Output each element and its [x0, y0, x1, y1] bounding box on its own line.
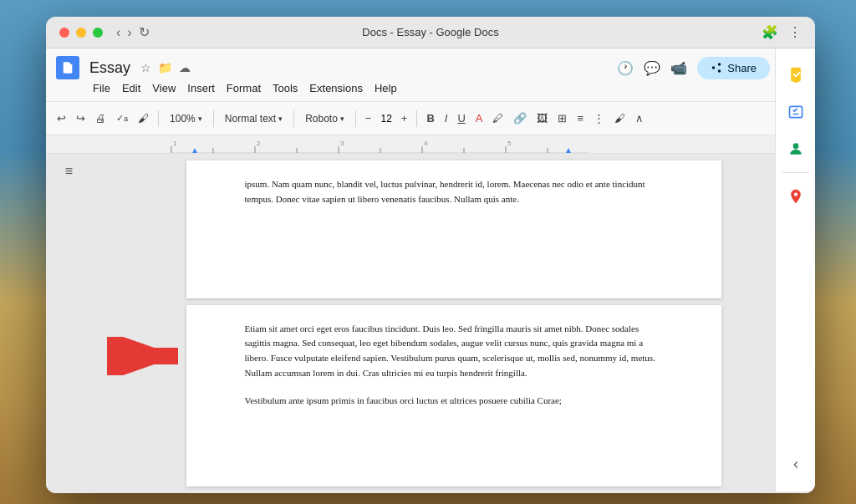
font-select[interactable]: Roboto ▾ — [299, 109, 350, 128]
minimize-button[interactable] — [76, 28, 86, 38]
pages-area[interactable]: ipsum. Nam quam nunc, blandit vel, luctu… — [92, 154, 815, 493]
ruler: 1 2 3 4 5 — [46, 135, 815, 154]
right-panel-sep — [782, 172, 809, 173]
svg-text:1: 1 — [173, 140, 177, 147]
title-bar: ‹ › ↻ Docs - Essay - Google Docs 🧩 ⋮ — [46, 17, 815, 48]
ruler-inner: 1 2 3 4 5 — [171, 138, 589, 153]
style-select[interactable]: Normal text ▾ — [219, 109, 288, 128]
toolbar: ↩ ↪ 🖨 ✓a 🖌 100% ▾ Normal text ▾ Roboto ▾… — [46, 102, 815, 135]
toolbar-sep-4 — [355, 110, 356, 127]
share-button[interactable]: Share — [697, 57, 770, 79]
insert-table-button[interactable]: ⊞ — [553, 109, 571, 128]
more-options-icon[interactable]: ⋮ — [788, 24, 802, 40]
menu-view[interactable]: View — [147, 80, 181, 96]
star-icon[interactable]: ☆ — [140, 61, 151, 74]
text-color-button[interactable]: A — [471, 109, 487, 128]
font-size-value: 12 — [377, 113, 395, 125]
expand-panel-button[interactable] — [779, 448, 813, 481]
toolbar-sep-1 — [158, 110, 159, 127]
menu-help[interactable]: Help — [369, 80, 402, 96]
italic-button[interactable]: I — [441, 109, 452, 128]
meet-icon[interactable]: 📹 — [670, 60, 687, 76]
svg-text:3: 3 — [340, 140, 344, 147]
extensions-icon[interactable]: 🧩 — [762, 24, 778, 40]
toolbar-sep-2 — [213, 110, 214, 127]
app-header: Essay ☆ 📁 ☁ 🕐 💬 📹 Share — [46, 48, 815, 102]
spell-check-button[interactable]: ✓a — [112, 109, 132, 127]
doc-title: Essay — [89, 59, 130, 77]
print-button[interactable]: 🖨 — [91, 109, 110, 128]
link-button[interactable]: 🔗 — [509, 109, 531, 128]
forward-button[interactable]: › — [127, 24, 131, 40]
toolbar-sep-3 — [293, 110, 294, 127]
maps-icon[interactable] — [779, 180, 813, 213]
app-window: ‹ › ↻ Docs - Essay - Google Docs 🧩 ⋮ Ess… — [46, 17, 815, 493]
refresh-button[interactable]: ↻ — [139, 24, 150, 40]
page-2-text2: Vestibulum ante ipsum primis in faucibus… — [245, 394, 663, 409]
font-size-decrease-button[interactable]: − — [361, 109, 376, 128]
page-1: ipsum. Nam quam nunc, blandit vel, luctu… — [186, 160, 721, 298]
history-icon[interactable]: 🕐 — [617, 60, 634, 76]
svg-text:2: 2 — [257, 140, 261, 147]
close-button[interactable] — [59, 28, 69, 38]
header-row2: File Edit View Insert Format Tools Exten… — [46, 80, 815, 101]
back-button[interactable]: ‹ — [116, 24, 120, 40]
insert-image-button[interactable]: 🖼 — [532, 109, 552, 128]
svg-text:5: 5 — [507, 140, 512, 147]
menu-edit[interactable]: Edit — [117, 80, 145, 96]
menu-format[interactable]: Format — [222, 80, 266, 96]
more-toolbar-button[interactable]: ⋮ — [589, 109, 609, 128]
toolbar-sep-5 — [416, 110, 417, 127]
doc-icon — [56, 56, 79, 79]
menu-insert[interactable]: Insert — [182, 80, 220, 96]
content-area: ≡ ipsum. Nam quam nunc, blandit vel, luc… — [46, 154, 815, 493]
font-size-increase-button[interactable]: + — [397, 109, 412, 128]
window-title: Docs - Essay - Google Docs — [362, 26, 498, 38]
style-chevron: ▾ — [278, 115, 283, 123]
cloud-icon[interactable]: ☁ — [179, 61, 191, 74]
share-label: Share — [727, 62, 757, 74]
left-sidebar: ≡ — [46, 154, 92, 493]
page-1-content: ipsum. Nam quam nunc, blandit vel, luctu… — [186, 160, 721, 223]
style-value: Normal text — [225, 113, 276, 125]
page-2: Etiam sit amet orci eget eros faucibus t… — [186, 305, 721, 486]
outline-toggle[interactable]: ≡ — [62, 160, 76, 182]
browser-nav: ‹ › ↻ — [116, 24, 150, 40]
right-panel — [775, 154, 815, 491]
underline-button[interactable]: U — [453, 109, 469, 128]
contacts-icon[interactable] — [779, 154, 813, 165]
svg-marker-21 — [566, 148, 571, 153]
bold-button[interactable]: B — [422, 109, 438, 128]
menu-tools[interactable]: Tools — [268, 80, 303, 96]
page-2-content: Etiam sit amet orci eget eros faucibus t… — [186, 305, 721, 425]
comment-icon[interactable]: 💬 — [644, 60, 660, 76]
menu-file[interactable]: File — [88, 80, 115, 96]
page-1-text: ipsum. Nam quam nunc, blandit vel, luctu… — [245, 179, 645, 204]
collapse-toolbar-button[interactable]: ∧ — [631, 109, 648, 128]
menu-extensions[interactable]: Extensions — [304, 80, 368, 96]
folder-icon[interactable]: 📁 — [158, 61, 172, 74]
maximize-button[interactable] — [93, 28, 103, 38]
header-row1: Essay ☆ 📁 ☁ 🕐 💬 📹 Share — [46, 48, 815, 80]
font-chevron: ▾ — [340, 115, 344, 123]
paintbrush-button[interactable]: 🖌 — [610, 109, 629, 128]
zoom-value: 100% — [170, 113, 196, 125]
redo-button[interactable]: ↪ — [72, 109, 89, 128]
svg-marker-20 — [192, 148, 197, 153]
traffic-lights — [59, 28, 103, 38]
undo-button[interactable]: ↩ — [53, 109, 70, 128]
zoom-chevron: ▾ — [198, 115, 202, 123]
page-2-text1: Etiam sit amet orci eget eros faucibus t… — [245, 322, 663, 380]
highlight-button[interactable]: 🖊 — [488, 109, 507, 128]
paint-format-button[interactable]: 🖌 — [134, 109, 153, 128]
red-arrow — [107, 337, 191, 379]
align-button[interactable]: ≡ — [573, 109, 588, 128]
font-value: Roboto — [305, 113, 338, 125]
zoom-select[interactable]: 100% ▾ — [164, 109, 208, 128]
title-actions: 🧩 ⋮ — [762, 24, 802, 40]
svg-text:4: 4 — [424, 140, 428, 147]
